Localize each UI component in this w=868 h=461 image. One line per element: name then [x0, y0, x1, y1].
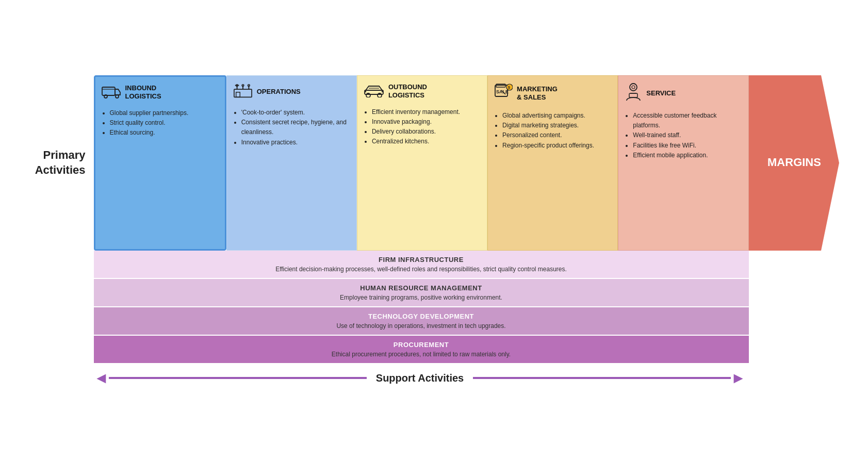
column-inbound: INBOUNDLOGISTICS Global supplier partner…	[94, 75, 226, 251]
support-margins-spacer	[749, 251, 842, 363]
primary-activities-row: PrimaryActivities INBOUNDLOGISTICS Globa…	[27, 75, 842, 251]
arrow-left-icon: ◄	[94, 370, 109, 386]
col-list-inbound: Global supplier partnerships.Strict qual…	[102, 108, 219, 138]
operations-icon	[233, 83, 253, 101]
list-item: Innovative packaging.	[372, 117, 481, 127]
arrow-right-icon: ►	[731, 370, 746, 386]
support-section-row: FIRM INFRASTRUCTURE Efficient decision-m…	[27, 251, 842, 363]
support-arrow-line-right	[473, 377, 731, 379]
support-activities-label: Support Activities	[367, 372, 473, 384]
support-row-tech: TECHNOLOGY DEVELOPMENT Use of technology…	[94, 307, 749, 335]
svg-point-23	[630, 84, 637, 91]
list-item: Accessible customer feedback platforms.	[633, 111, 742, 130]
list-item: Global supplier partnerships.	[110, 108, 219, 118]
support-label-spacer	[27, 251, 94, 363]
list-item: Ethical sourcing.	[110, 128, 219, 138]
svg-point-24	[632, 86, 635, 89]
support-row-desc-proc: Ethical procurement procedures, not limi…	[104, 351, 739, 358]
support-activities-arrow-row: ◄ Support Activities ►	[94, 370, 746, 386]
col-header-operations: OPERATIONS	[233, 83, 350, 101]
diagram-container: PrimaryActivities INBOUNDLOGISTICS Globa…	[27, 75, 842, 386]
list-item: Efficient inventory management.	[372, 107, 481, 117]
column-service: SERVICE Accessible customer feedback pla…	[618, 75, 748, 251]
list-item: Consistent secret recipe, hygiene, and c…	[241, 118, 350, 137]
list-item: Global advertising campaigns.	[502, 111, 611, 121]
svg-text:SALE: SALE	[496, 89, 509, 94]
svg-rect-13	[236, 92, 240, 97]
col-list-operations: 'Cook-to-order' system.Consistent secret…	[233, 108, 350, 147]
svg-point-12	[248, 85, 250, 87]
svg-point-1	[104, 95, 107, 98]
service-icon	[625, 83, 642, 104]
list-item: Centralized kitchens.	[372, 137, 481, 146]
col-list-service: Accessible customer feedback platforms.W…	[625, 111, 742, 160]
list-item: Delivery collaborations.	[372, 127, 481, 137]
support-row-title-tech: TECHNOLOGY DEVELOPMENT	[104, 312, 739, 320]
col-header-outbound: OUTBOUNDLOGISTICS	[364, 83, 481, 100]
list-item: Well-trained staff.	[633, 130, 742, 140]
list-item: 'Cook-to-order' system.	[241, 108, 350, 118]
column-marketing: SALE$ MARKETING& SALES Global advertisin…	[487, 75, 618, 251]
list-item: Digital marketing strategies.	[502, 121, 611, 130]
list-item: Personalized content.	[502, 130, 611, 140]
support-arrow-line	[109, 377, 367, 379]
support-row-hr: HUMAN RESOURCE MANAGEMENT Employee train…	[94, 279, 749, 306]
svg-point-2	[116, 95, 119, 98]
column-operations: OPERATIONS 'Cook-to-order' system.Consis…	[226, 75, 357, 251]
primary-columns: INBOUNDLOGISTICS Global supplier partner…	[94, 75, 749, 251]
svg-text:$: $	[508, 86, 510, 90]
col-title-marketing: MARKETING& SALES	[517, 85, 558, 102]
list-item: Efficient mobile application.	[633, 151, 742, 160]
col-header-inbound: INBOUNDLOGISTICS	[102, 84, 219, 101]
primary-activities-label: PrimaryActivities	[35, 148, 86, 177]
support-row-proc: PROCUREMENT Ethical procurement procedur…	[94, 336, 749, 363]
list-item: Strict quality control.	[110, 118, 219, 128]
svg-text:MARGINS: MARGINS	[767, 156, 821, 169]
col-title-service: SERVICE	[646, 89, 676, 97]
col-title-inbound: INBOUNDLOGISTICS	[125, 84, 161, 101]
svg-rect-25	[629, 93, 637, 97]
support-row-title-hr: HUMAN RESOURCE MANAGEMENT	[104, 284, 739, 292]
support-row-desc-firm: Efficient decision-making processes, wel…	[104, 266, 739, 273]
col-title-operations: OPERATIONS	[257, 88, 301, 96]
support-row-title-proc: PROCUREMENT	[104, 341, 739, 349]
support-row-desc-tech: Use of technology in operations, investm…	[104, 322, 739, 330]
outbound-icon	[364, 83, 384, 100]
svg-rect-4	[234, 89, 252, 97]
svg-rect-0	[102, 87, 115, 95]
col-header-service: SERVICE	[625, 83, 742, 104]
support-row-firm: FIRM INFRASTRUCTURE Efficient decision-m…	[94, 251, 749, 278]
support-row-desc-hr: Employee training programs, positive wor…	[104, 294, 739, 301]
col-list-outbound: Efficient inventory management.Innovativ…	[364, 107, 481, 147]
support-row-title-firm: FIRM INFRASTRUCTURE	[104, 256, 739, 264]
marketing-icon: SALE$	[494, 83, 513, 104]
inbound-icon	[102, 84, 121, 101]
svg-point-10	[242, 85, 244, 87]
col-header-marketing: SALE$ MARKETING& SALES	[494, 83, 611, 104]
primary-activities-label-col: PrimaryActivities	[27, 75, 94, 251]
col-list-marketing: Global advertising campaigns.Digital mar…	[494, 111, 611, 151]
column-outbound: OUTBOUNDLOGISTICS Efficient inventory ma…	[357, 75, 487, 251]
list-item: Facilities like free WiFi.	[633, 141, 742, 151]
list-item: Innovative practices.	[241, 138, 350, 147]
support-rows: FIRM INFRASTRUCTURE Efficient decision-m…	[94, 251, 749, 363]
margins-arrow-svg: MARGINS	[749, 75, 839, 251]
list-item: Region-specific product offerings.	[502, 141, 611, 151]
margins-col: MARGINS	[749, 75, 842, 251]
svg-rect-18	[496, 84, 505, 87]
col-title-outbound: OUTBOUNDLOGISTICS	[388, 83, 427, 100]
